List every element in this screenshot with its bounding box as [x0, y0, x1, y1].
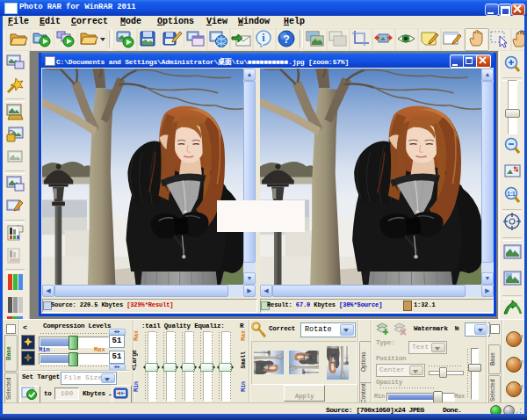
svg-text:1:1: 1:1 — [507, 191, 516, 197]
svg-text:?: ? — [283, 33, 290, 46]
